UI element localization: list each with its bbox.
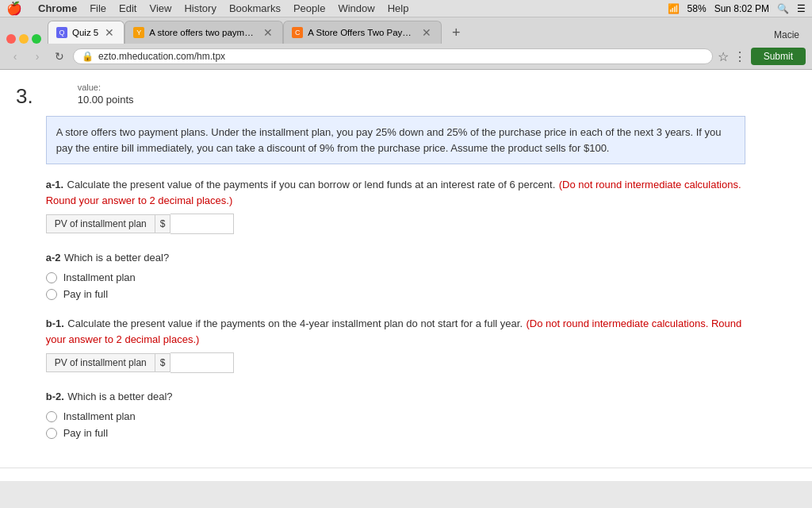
question-text: A store offers two payment plans. Under … bbox=[46, 116, 745, 439]
b2-radio-payinfull[interactable] bbox=[46, 428, 57, 439]
menu-edit[interactable]: Edit bbox=[119, 2, 136, 14]
app-name[interactable]: Chrome bbox=[38, 2, 77, 14]
a2-text: Which is a better deal? bbox=[64, 252, 169, 264]
menu-bookmarks[interactable]: Bookmarks bbox=[229, 2, 281, 14]
a2-radio-payinfull[interactable] bbox=[46, 289, 57, 300]
menu-view[interactable]: View bbox=[149, 2, 171, 14]
submit-btn[interactable]: Submit bbox=[751, 48, 806, 65]
a2-label-payinfull: Pay in full bbox=[63, 288, 108, 300]
maximize-window-btn[interactable] bbox=[32, 34, 41, 44]
tab-label-store2: A Store Offers Two Payment P... bbox=[308, 28, 416, 37]
a1-label: a-1. bbox=[46, 179, 63, 190]
b1-input-row: PV of installment plan $ bbox=[46, 352, 745, 373]
b2-option-installment[interactable]: Installment plan bbox=[46, 410, 745, 422]
a2-label-installment: Installment plan bbox=[63, 271, 136, 283]
b1-text: Calculate the present value if the payme… bbox=[67, 318, 523, 329]
a1-text: Calculate the present value of the payme… bbox=[67, 179, 556, 190]
a2-radio-installment[interactable] bbox=[46, 272, 57, 283]
menu-bar: 🍎 Chrome File Edit View History Bookmark… bbox=[0, 0, 812, 17]
b2-radio-installment[interactable] bbox=[46, 411, 57, 422]
a2-radio-group: Installment plan Pay in full bbox=[46, 271, 745, 300]
tab-ebook[interactable]: eBook & Resources bbox=[116, 476, 207, 481]
tab-favicon-store2: C bbox=[292, 27, 303, 38]
b2-label-installment: Installment plan bbox=[63, 410, 136, 422]
sub-question-a2: a-2 Which is a better deal? Installment … bbox=[46, 250, 745, 301]
question-body: value: 10.00 points A store offers two p… bbox=[46, 83, 745, 455]
bottom-tabs: References eBook & Resources bbox=[0, 468, 812, 481]
minimize-window-btn[interactable] bbox=[19, 34, 29, 44]
new-tab-btn[interactable]: + bbox=[445, 21, 467, 44]
a1-value-input[interactable] bbox=[170, 214, 234, 234]
b1-input-label: PV of installment plan bbox=[46, 353, 155, 372]
system-time: Sun 8:02 PM bbox=[714, 3, 769, 14]
b1-value-input[interactable] bbox=[170, 352, 234, 373]
sub-question-b1: b-1. Calculate the present value if the … bbox=[46, 316, 745, 373]
b2-text: Which is a better deal? bbox=[67, 391, 172, 402]
question-container: 3. value: 10.00 points A store offers tw… bbox=[0, 70, 761, 468]
a1-dollar-sign: $ bbox=[155, 214, 171, 233]
menu-people[interactable]: People bbox=[293, 2, 325, 14]
b1-label: b-1. bbox=[46, 318, 64, 329]
menu-icon[interactable]: ☰ bbox=[797, 3, 806, 14]
browser-chrome: Q Quiz 5 ✕ Y A store offers two payment … bbox=[0, 17, 812, 70]
apple-menu[interactable]: 🍎 bbox=[6, 1, 22, 16]
a1-input-label: PV of installment plan bbox=[46, 214, 155, 233]
sub-question-a1: a-1. Calculate the present value of the … bbox=[46, 177, 745, 234]
back-btn[interactable]: ‹ bbox=[6, 48, 24, 65]
a2-question: a-2 Which is a better deal? bbox=[46, 250, 745, 266]
tab-references[interactable]: References bbox=[48, 476, 100, 481]
extensions-icon[interactable]: ⋮ bbox=[733, 49, 746, 64]
tab-close-store2[interactable]: ✕ bbox=[420, 26, 433, 39]
tab-close-quiz5[interactable]: ✕ bbox=[103, 26, 116, 39]
url-text: ezto.mheducation.com/hm.tpx bbox=[98, 51, 704, 62]
tab-quiz5[interactable]: Q Quiz 5 ✕ bbox=[48, 21, 124, 44]
menu-window[interactable]: Window bbox=[338, 2, 374, 14]
value-label: value: bbox=[78, 83, 745, 92]
question-meta: value: 10.00 points bbox=[78, 83, 745, 106]
question-text-block: A store offers two payment plans. Under … bbox=[46, 116, 745, 164]
b2-label: b-2. bbox=[46, 391, 64, 402]
a1-input-row: PV of installment plan $ bbox=[46, 214, 745, 234]
tab-favicon-quiz5: Q bbox=[56, 27, 67, 38]
forward-btn[interactable]: › bbox=[29, 48, 46, 65]
menu-file[interactable]: File bbox=[90, 2, 106, 14]
close-window-btn[interactable] bbox=[6, 34, 16, 44]
question-number: 3. bbox=[16, 86, 33, 106]
a2-label: a-2 bbox=[46, 252, 61, 264]
sub-question-b2: b-2. Which is a better deal? Installment… bbox=[46, 389, 745, 440]
b1-question: b-1. Calculate the present value if the … bbox=[46, 316, 745, 346]
a2-option-installment[interactable]: Installment plan bbox=[46, 271, 745, 283]
refresh-btn[interactable]: ↻ bbox=[51, 48, 68, 65]
url-input-wrap[interactable]: 🔒 ezto.mheducation.com/hm.tpx bbox=[73, 48, 713, 64]
menu-history[interactable]: History bbox=[184, 2, 216, 14]
b1-dollar-sign: $ bbox=[155, 353, 171, 372]
battery-status: 58% bbox=[688, 3, 707, 14]
tab-close-store[interactable]: ✕ bbox=[262, 26, 274, 39]
tab-store-offers2[interactable]: C A Store Offers Two Payment P... ✕ bbox=[283, 21, 442, 44]
b2-label-payinfull: Pay in full bbox=[63, 427, 108, 439]
bookmark-icon[interactable]: ☆ bbox=[718, 49, 729, 64]
search-icon[interactable]: 🔍 bbox=[777, 3, 789, 14]
menubar-right: 📶 58% Sun 8:02 PM 🔍 ☰ bbox=[668, 3, 806, 14]
b2-radio-group: Installment plan Pay in full bbox=[46, 410, 745, 439]
b2-option-payinfull[interactable]: Pay in full bbox=[46, 427, 745, 439]
b2-question: b-2. Which is a better deal? bbox=[46, 389, 745, 405]
tab-label-store: A store offers two payment pl... bbox=[149, 28, 257, 37]
url-bar: ‹ › ↻ 🔒 ezto.mheducation.com/hm.tpx ☆ ⋮ … bbox=[0, 44, 812, 69]
a2-option-payinfull[interactable]: Pay in full bbox=[46, 288, 745, 300]
tab-store-offers[interactable]: Y A store offers two payment pl... ✕ bbox=[124, 21, 283, 44]
lock-icon: 🔒 bbox=[82, 51, 94, 62]
menu-help[interactable]: Help bbox=[388, 2, 409, 14]
tab-favicon-store: Y bbox=[133, 27, 144, 38]
wifi-icon: 📶 bbox=[668, 3, 680, 14]
user-name: Macie bbox=[768, 26, 806, 44]
value-points: 10.00 points bbox=[78, 94, 134, 106]
a1-question: a-1. Calculate the present value of the … bbox=[46, 177, 745, 207]
tab-label-quiz5: Quiz 5 bbox=[72, 28, 98, 37]
page-content: 3. value: 10.00 points A store offers tw… bbox=[0, 70, 812, 481]
